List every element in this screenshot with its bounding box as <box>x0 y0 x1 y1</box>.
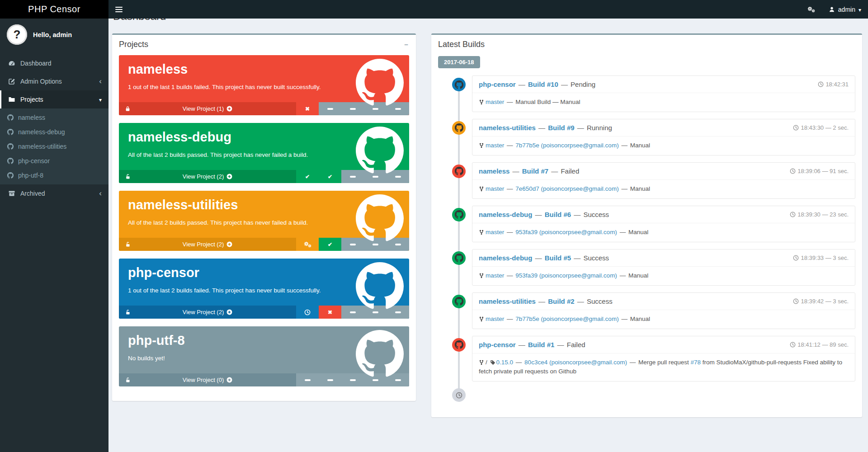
top-navbar: PHP Censor admin <box>0 0 868 19</box>
build-status-failed[interactable] <box>319 306 341 319</box>
view-project-button[interactable]: View Project (2) <box>119 170 296 183</box>
build-time: 18:39:42 — 3 sec. <box>793 298 849 305</box>
octocat-icon <box>7 129 14 135</box>
build-status-running[interactable] <box>296 238 319 251</box>
build-status-label: Running <box>587 124 612 132</box>
build-time: 18:39:30 — 23 sec. <box>790 211 849 218</box>
project-link[interactable]: nameless <box>479 167 509 175</box>
build-item: nameless-utilities — Build #9 — Running … <box>465 119 855 155</box>
view-project-button[interactable]: View Project (1) <box>119 102 296 115</box>
clock-icon <box>790 342 796 348</box>
project-link[interactable]: nameless-utilities <box>479 297 536 305</box>
project-link[interactable]: nameless-debug <box>479 211 532 218</box>
branch-link[interactable]: master <box>486 142 504 149</box>
build-link[interactable]: Build #6 <box>545 211 571 218</box>
latest-builds-title: Latest Builds <box>438 40 485 49</box>
sidebar-item-projects[interactable]: Projects <box>0 90 108 108</box>
clock-icon <box>793 125 799 131</box>
collapse-icon[interactable] <box>403 41 409 48</box>
project-link[interactable]: php-censor <box>479 341 516 348</box>
commit-link[interactable]: 80c3ce4 (poisoncorpsee@gmail.com) <box>524 359 627 366</box>
project-link[interactable]: nameless-debug <box>479 254 532 262</box>
octocat-watermark-icon <box>356 59 404 107</box>
unlock-icon <box>125 241 131 247</box>
branch-link[interactable]: master <box>486 99 504 105</box>
branch-link[interactable]: master <box>486 229 504 235</box>
sidebar-project-nameless[interactable]: nameless <box>0 110 108 125</box>
build-link[interactable]: Build #5 <box>545 254 571 262</box>
branch-link[interactable]: master <box>486 185 504 192</box>
user-menu-button[interactable]: admin <box>822 0 868 19</box>
branch-icon <box>479 229 484 235</box>
branch-icon <box>479 99 484 105</box>
build-link[interactable]: Build #1 <box>528 341 554 348</box>
commit-link[interactable]: 953fa39 (poisoncorpsee@gmail.com) <box>515 229 617 235</box>
build-status-success[interactable] <box>296 170 319 183</box>
build-link[interactable]: Build #10 <box>528 80 558 88</box>
user-icon <box>829 6 835 13</box>
build-link[interactable]: Build #2 <box>548 297 574 305</box>
project-link[interactable]: nameless-utilities <box>479 124 536 132</box>
octocat-icon <box>455 210 463 219</box>
branch-icon <box>479 359 484 366</box>
build-status-none[interactable] <box>319 373 341 386</box>
branch-icon <box>479 273 484 279</box>
build-status-circle-success <box>452 208 466 221</box>
commit-link[interactable]: 953fa39 (poisoncorpsee@gmail.com) <box>515 272 617 279</box>
projects-panel: Projects nameless 1 out of the last 1 bu… <box>112 33 416 401</box>
build-status-failed[interactable] <box>296 102 319 115</box>
user-name: admin <box>838 6 855 13</box>
sidebar-project-nameless-debug[interactable]: nameless-debug <box>0 125 108 139</box>
settings-menu-button[interactable] <box>801 0 822 19</box>
octocat-icon <box>7 114 14 121</box>
build-mode: Manual <box>630 185 650 192</box>
build-item: nameless-debug — Build #6 — Success 18:3… <box>465 206 855 242</box>
build-status-success[interactable] <box>319 238 341 251</box>
branch-link[interactable]: master <box>486 315 504 322</box>
app-logo[interactable]: PHP Censor <box>0 0 108 19</box>
tag-link[interactable]: 0.15.0 <box>496 359 514 366</box>
folder-icon <box>8 96 15 103</box>
builds-timeline: 2017-06-18 php-censor — Build #10 — <box>431 53 862 417</box>
sidebar-item-admin-options[interactable]: Admin Options <box>0 72 108 90</box>
archive-icon <box>8 190 15 197</box>
clock-icon <box>818 81 824 87</box>
build-status-success[interactable] <box>319 170 341 183</box>
sidebar-item-dashboard[interactable]: Dashboard <box>0 54 108 72</box>
build-time: 18:39:33 — 3 sec. <box>793 254 849 261</box>
sidebar-project-php-censor[interactable]: php-censor <box>0 154 108 168</box>
octocat-icon <box>455 340 463 349</box>
build-status-none[interactable] <box>319 102 341 115</box>
build-link[interactable]: Build #7 <box>522 167 548 175</box>
clock-icon <box>790 168 796 174</box>
commit-link[interactable]: 7b77b5e (poisoncorpsee@gmail.com) <box>515 142 618 149</box>
sidebar: ? Hello, admin Dashboard Admin Options P… <box>0 19 108 452</box>
build-time: 18:42:31 <box>818 81 849 88</box>
commit-link[interactable]: 7b77b5e (poisoncorpsee@gmail.com) <box>515 315 618 322</box>
build-link[interactable]: Build #9 <box>548 124 574 132</box>
sidebar-toggle-button[interactable] <box>108 0 129 19</box>
build-item: php-censor — Build #10 — Pending 18:42:3… <box>465 75 855 112</box>
project-link[interactable]: php-censor <box>479 80 516 88</box>
build-status-none[interactable] <box>296 373 319 386</box>
chevron-left-icon <box>99 78 102 85</box>
project-card-title: nameless <box>128 62 188 77</box>
sidebar-project-nameless-utilities[interactable]: nameless-utilities <box>0 139 108 154</box>
build-status-circle-failed <box>452 165 466 178</box>
build-mode: Manual <box>630 315 650 322</box>
commit-message: Merge pull request <box>638 359 689 366</box>
pull-request-link[interactable]: #78 <box>691 359 701 366</box>
view-project-button[interactable]: View Project (2) <box>119 306 296 319</box>
arrow-circle-right-icon <box>226 377 232 383</box>
view-project-button[interactable]: View Project (2) <box>119 238 296 251</box>
build-status-label: Success <box>583 254 609 262</box>
octocat-icon <box>455 123 463 132</box>
sidebar-item-archived[interactable]: Archived <box>0 184 108 202</box>
unlock-icon <box>125 174 131 179</box>
sidebar-project-php-utf-8[interactable]: php-utf-8 <box>0 168 108 183</box>
view-project-button[interactable]: View Project (0) <box>119 373 296 386</box>
commit-link[interactable]: 7e650d7 (poisoncorpsee@gmail.com) <box>515 185 618 192</box>
build-item: nameless — Build #7 — Failed 18:39:06 — … <box>465 162 855 199</box>
branch-link[interactable]: master <box>486 272 504 279</box>
build-status-pending[interactable] <box>296 306 319 319</box>
